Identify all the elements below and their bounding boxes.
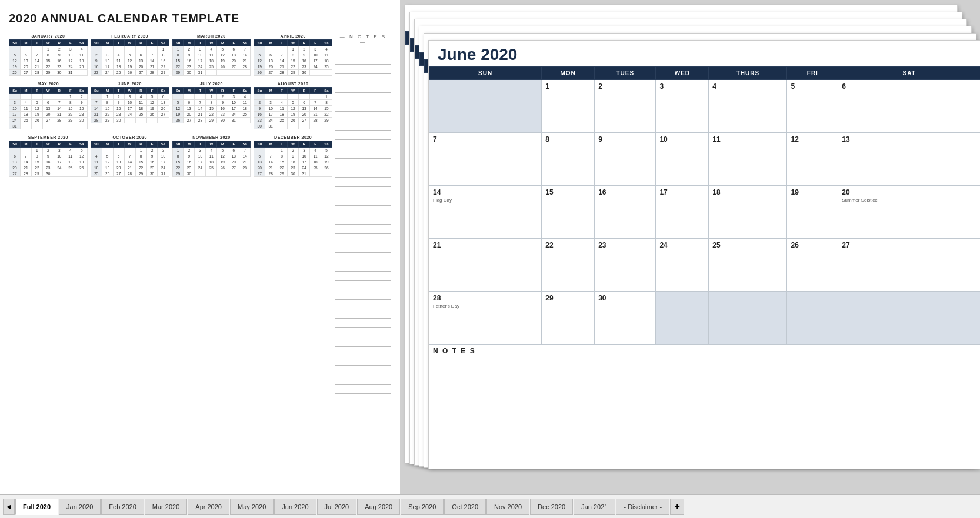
tab---disclaimer--[interactable]: - Disclaimer -: [616, 499, 669, 515]
note-line: [335, 169, 391, 178]
note-line: [335, 198, 391, 206]
tab-may-2020[interactable]: May 2020: [230, 499, 274, 515]
calendar-stack: January 2020 SUNMONTUESWEDTHURSFRISAT Fe…: [400, 0, 980, 494]
note-line: [335, 141, 391, 149]
note-line: [335, 339, 391, 347]
mini-cal-february: FEBRUARY 2020SuMTWRFSa123456789101112131…: [91, 34, 169, 76]
mini-cal-november: NOVEMBER 2020SuMTWRFSa123456789101112131…: [172, 135, 251, 177]
note-line: [335, 282, 391, 290]
day-number: 30: [598, 294, 606, 302]
calendar-week-row: 28Father's Day2930: [429, 292, 981, 345]
day-number: 17: [659, 188, 667, 196]
note-line: [335, 56, 391, 65]
day-number: 4: [712, 82, 716, 91]
calendar-day-cell: [429, 80, 542, 133]
day-number: 21: [433, 241, 441, 249]
note-line: [335, 94, 391, 102]
day-number: 11: [712, 135, 720, 143]
note-line: [335, 160, 391, 168]
notes-cell: N O T E S: [429, 345, 981, 397]
calendar-day-cell: 9: [595, 133, 656, 186]
calendar-header: SUN: [429, 67, 542, 80]
notes-row: N O T E S: [429, 345, 981, 397]
note-line: [335, 263, 391, 272]
calendar-day-cell: 23: [595, 239, 656, 292]
calendar-day-cell: 28Father's Day: [429, 292, 542, 345]
note-line: [335, 226, 391, 234]
tab-jul-2020[interactable]: Jul 2020: [317, 499, 357, 515]
calendar-header: THURS: [709, 67, 787, 80]
tab-jun-2020[interactable]: Jun 2020: [274, 499, 316, 515]
calendar-header: SAT: [838, 67, 980, 80]
note-line: [335, 75, 391, 83]
tab-dec-2020[interactable]: Dec 2020: [530, 499, 573, 515]
tab-jan-2021[interactable]: Jan 2021: [574, 499, 615, 515]
tab-nov-2020[interactable]: Nov 2020: [486, 499, 529, 515]
calendar-day-cell: 30: [595, 292, 656, 345]
note-line: [335, 367, 391, 375]
day-number: 12: [791, 135, 798, 143]
page-title: 2020 ANNUAL CALENDAR TEMPLATE: [9, 12, 391, 25]
day-number: 6: [842, 82, 846, 91]
notes-lines: [335, 47, 391, 403]
day-number: 10: [659, 135, 667, 143]
calendar-day-cell: 7: [429, 133, 542, 186]
tab-jan-2020[interactable]: Jan 2020: [59, 499, 101, 515]
tab-feb-2020[interactable]: Feb 2020: [101, 499, 144, 515]
note-line: [335, 348, 391, 356]
tab-aug-2020[interactable]: Aug 2020: [357, 499, 400, 515]
tab-mar-2020[interactable]: Mar 2020: [145, 499, 187, 515]
day-number: 18: [712, 188, 720, 196]
calendar-day-cell: 4: [709, 80, 787, 133]
holiday-label: Father's Day: [433, 303, 538, 309]
calendar-day-cell: 29: [542, 292, 595, 345]
holiday-label: Flag Day: [433, 198, 538, 203]
note-line: [335, 47, 391, 55]
note-line: [335, 122, 391, 131]
tab-add-button[interactable]: +: [670, 499, 684, 515]
calendar-day-cell: 5: [787, 80, 838, 133]
mini-cal-may: MAY 2020SuMTWRFSa12345678910111213141516…: [9, 82, 88, 129]
day-number: 1: [545, 82, 549, 91]
tab-sep-2020[interactable]: Sep 2020: [401, 499, 444, 515]
calendar-header: FRI: [787, 67, 838, 80]
calendar-day-cell: 22: [542, 239, 595, 292]
day-number: 7: [433, 135, 437, 143]
mini-cal-march: MARCH 2020SuMTWRFSa123456789101112131415…: [172, 34, 251, 76]
calendar-header: TUES: [595, 67, 656, 80]
calendar-day-cell: [838, 292, 980, 345]
note-line: [335, 301, 391, 309]
note-line: [335, 310, 391, 319]
note-line: [335, 320, 391, 328]
calendar-day-cell: [656, 292, 709, 345]
mini-cal-june: JUNE 2020SuMTWRFSa1234567891011121314151…: [91, 82, 169, 129]
note-line: [335, 207, 391, 215]
mini-cal-october: OCTOBER 2020SuMTWRFSa1234567891011121314…: [91, 135, 169, 177]
mini-cal-august: AUGUST 2020SuMTWRFSa12345678910111213141…: [254, 82, 332, 129]
calendar-day-cell: 24: [656, 239, 709, 292]
left-panel: 2020 ANNUAL CALENDAR TEMPLATE JANUARY 20…: [0, 0, 400, 494]
calendar-day-cell: 6: [838, 80, 980, 133]
note-line: [335, 376, 391, 385]
note-line: [335, 254, 391, 262]
note-line: [335, 216, 391, 225]
calendar-day-cell: 21: [429, 239, 542, 292]
calendar-page-jun: June 2020 SUNMONTUESWEDTHURSFRISAT 12345…: [428, 40, 980, 469]
day-number: 28: [433, 294, 441, 302]
day-number: 26: [791, 241, 798, 249]
calendar-day-cell: [709, 292, 787, 345]
tab-apr-2020[interactable]: Apr 2020: [188, 499, 229, 515]
tab-oct-2020[interactable]: Oct 2020: [444, 499, 486, 515]
tab-prev-button[interactable]: ◀: [3, 499, 15, 515]
day-number: 29: [545, 294, 553, 302]
calendar-header: MON: [542, 67, 595, 80]
calendar-day-cell: 17: [656, 186, 709, 239]
calendar-day-cell: 1: [542, 80, 595, 133]
day-number: 5: [791, 82, 795, 91]
calendar-day-cell: 13: [838, 133, 980, 186]
calendar-day-cell: 16: [595, 186, 656, 239]
calendar-day-cell: 25: [709, 239, 787, 292]
tab-full-2020[interactable]: Full 2020: [15, 499, 58, 515]
day-number: 3: [659, 82, 664, 91]
calendar-day-cell: 12: [787, 133, 838, 186]
